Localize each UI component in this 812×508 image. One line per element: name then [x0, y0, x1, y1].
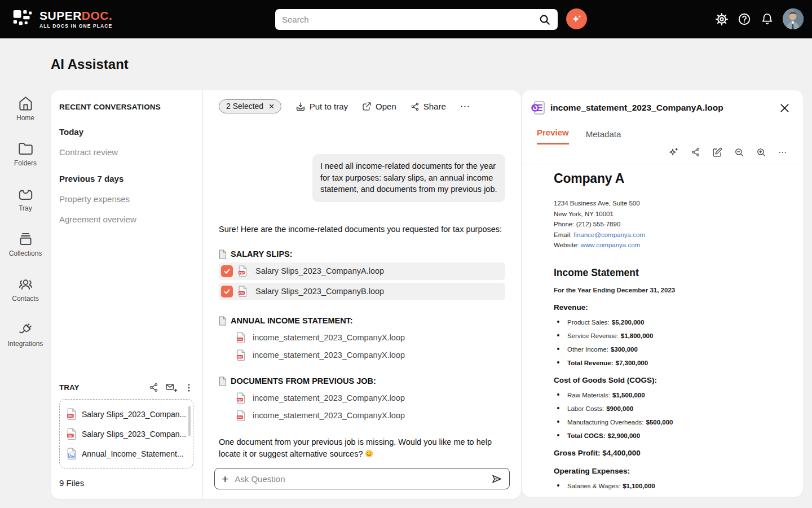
page-icon: [219, 316, 227, 326]
attach-plus-icon[interactable]: +: [222, 473, 228, 485]
chat-toolbar: 2 Selected ✕ Put to tray Open: [219, 99, 505, 113]
pdf-file-icon: PDF: [236, 332, 245, 343]
doc-bullet-item: Labor Costs:$900,000: [554, 405, 780, 412]
ai-sparkle-icon[interactable]: [668, 147, 679, 157]
doc-bullet-item: Service Revenue:$1,800,000: [554, 332, 780, 339]
doc-item-value: $300,000: [611, 346, 638, 353]
ask-question-bar: +: [214, 468, 510, 489]
edit-icon[interactable]: [712, 147, 722, 157]
conversation-item[interactable]: Contract review: [59, 147, 193, 157]
chat-file-row[interactable]: PDF income_statement_2023_CompanyX.loop: [219, 410, 505, 421]
page-icon: [219, 249, 227, 259]
doc-subtitle: For the Year Ending December 31, 2023: [554, 287, 780, 294]
app-logo[interactable]: SUPERDOC. ALL DOCS IN ONE PLACE: [11, 7, 112, 30]
checkbox-checked[interactable]: [221, 286, 233, 297]
chat-file-row[interactable]: PDF income_statement_2023_CompanyX.loop: [219, 392, 505, 404]
tray-file-name: Annual_Income_Statement...: [82, 449, 184, 458]
sidebar-item-folders[interactable]: Folders: [0, 141, 51, 186]
user-avatar[interactable]: [783, 8, 804, 29]
send-icon[interactable]: [491, 473, 502, 485]
notifications-bell-icon[interactable]: [761, 12, 774, 25]
sidebar-item-integrations[interactable]: Integrations: [0, 322, 51, 367]
put-to-tray-label: Put to tray: [310, 102, 348, 111]
sidebar-item-contacts[interactable]: Contacts: [0, 277, 51, 322]
collections-icon: [18, 231, 33, 247]
share-button[interactable]: Share: [411, 102, 446, 111]
doc-item-label: Labor Costs:: [567, 405, 604, 412]
chat-section-heading-label: ANNUAL INCOME STATEMENT:: [231, 316, 353, 325]
selected-count-pill[interactable]: 2 Selected ✕: [219, 99, 281, 113]
logo-super: SUPER: [39, 9, 82, 22]
doc-email-link[interactable]: finance@companya.com: [573, 231, 645, 238]
zoom-out-icon[interactable]: [734, 147, 744, 157]
mail-forward-icon[interactable]: [166, 383, 177, 392]
sidebar-item-home[interactable]: Home: [0, 96, 51, 141]
chat-file-name: income_statement_2023_CompanyX.loop: [253, 333, 405, 342]
tray-icon: [18, 186, 33, 202]
assistant-message: Sure! Here are the income-related docume…: [219, 224, 505, 235]
sidebar-item-tray[interactable]: Tray: [0, 186, 51, 231]
doc-item-label: Other Income:: [567, 346, 608, 353]
user-message-bubble: I need all income-related documents for …: [312, 154, 505, 202]
chat-file-row[interactable]: PDF Salary Slips_2023_CompanyA.loop: [219, 262, 505, 280]
pdf-file-icon: PDF: [236, 410, 245, 421]
checkbox-checked[interactable]: [221, 265, 233, 277]
check-icon: [223, 268, 231, 275]
svg-text:PDF: PDF: [239, 271, 244, 274]
selected-count-label: 2 Selected: [226, 102, 263, 111]
kebab-menu-icon[interactable]: ⋮: [184, 383, 193, 392]
chat-section-heading-label: SALARY SLIPS:: [231, 249, 293, 259]
tray-scrollbar[interactable]: [188, 406, 191, 436]
tab-metadata[interactable]: Metadata: [586, 129, 621, 144]
more-options-icon[interactable]: ⋯: [778, 147, 787, 157]
tray-file-item[interactable]: PDF Salary Slips_2023_Compan...: [67, 404, 187, 424]
doc-email-label: Email:: [554, 231, 572, 238]
share-icon[interactable]: [691, 147, 700, 157]
tray-file-name: Salary Slips_2023_Compan...: [82, 430, 186, 439]
more-options-icon[interactable]: ⋯: [460, 100, 470, 112]
sidebar-item-label: Home: [16, 114, 34, 122]
ask-question-input[interactable]: [235, 474, 484, 484]
doc-bullet-item: Salaries & Wages:$1,100,000: [554, 483, 780, 489]
conversation-item[interactable]: Property expenses: [59, 194, 193, 204]
tray-file-count: 9 Files: [59, 478, 193, 488]
preview-toolbar: ⋯: [522, 147, 803, 164]
search-input[interactable]: [282, 15, 539, 24]
open-external-icon: [362, 102, 372, 111]
chat-file-row[interactable]: PDF income_statement_2023_CompanyX.loop: [219, 349, 505, 361]
doc-address-block: 1234 Business Ave, Suite 500 New York, N…: [554, 198, 780, 251]
settings-gear-icon[interactable]: [715, 12, 729, 26]
ai-assistant-button[interactable]: [566, 8, 587, 29]
integrations-plug-icon: [18, 322, 33, 337]
zoom-in-icon[interactable]: [756, 147, 766, 157]
share-icon[interactable]: [149, 383, 158, 392]
doc-bullet-list: Raw Materials:$1,500,000 Labor Costs:$90…: [554, 392, 780, 439]
open-button[interactable]: Open: [362, 102, 396, 111]
put-to-tray-button[interactable]: Put to tray: [295, 102, 348, 112]
doc-section-heading: Gross Profit: $4,400,000: [554, 449, 780, 457]
conversation-item[interactable]: Agreement overview: [59, 214, 193, 224]
doc-bullet-item: Total COGS:$2,900,000: [554, 432, 780, 439]
chat-file-row[interactable]: PDF income_statement_2023_CompanyX.loop: [219, 332, 505, 343]
help-icon[interactable]: [738, 12, 751, 26]
tab-preview[interactable]: Preview: [537, 128, 569, 144]
doc-item-label: Salaries & Wages:: [567, 483, 620, 489]
doc-item-label: Total Revenue:: [567, 360, 614, 366]
doc-bullet-item: Raw Materials:$1,500,000: [554, 392, 780, 398]
search-icon[interactable]: [539, 14, 551, 26]
doc-item-label: Raw Materials:: [567, 392, 610, 398]
top-navbar: SUPERDOC. ALL DOCS IN ONE PLACE: [0, 0, 812, 38]
tray-file-item[interactable]: Annual_Income_Statement...: [67, 444, 187, 463]
close-icon[interactable]: [779, 102, 791, 114]
doc-website-link[interactable]: www.companya.com: [581, 242, 640, 248]
chat-file-row[interactable]: PDF Salary Slips_2023_CompanyB.loop: [219, 283, 505, 300]
clear-selection-icon[interactable]: ✕: [268, 102, 274, 111]
preview-file-title: income_statement_2023_CompanyA.loop: [550, 103, 723, 113]
tray-file-item[interactable]: PDF Salary Slips_2023_Compan...: [67, 424, 187, 444]
chat-panel: 2 Selected ✕ Put to tray Open: [203, 90, 521, 499]
svg-text:PDF: PDF: [68, 435, 73, 437]
doc-bullet-item: Product Sales:$5,200,000: [554, 319, 780, 326]
sidebar-item-collections[interactable]: Collections: [0, 231, 51, 277]
pdf-file-icon: PDF: [236, 392, 245, 404]
logo-text: SUPERDOC. ALL DOCS IN ONE PLACE: [39, 9, 112, 29]
